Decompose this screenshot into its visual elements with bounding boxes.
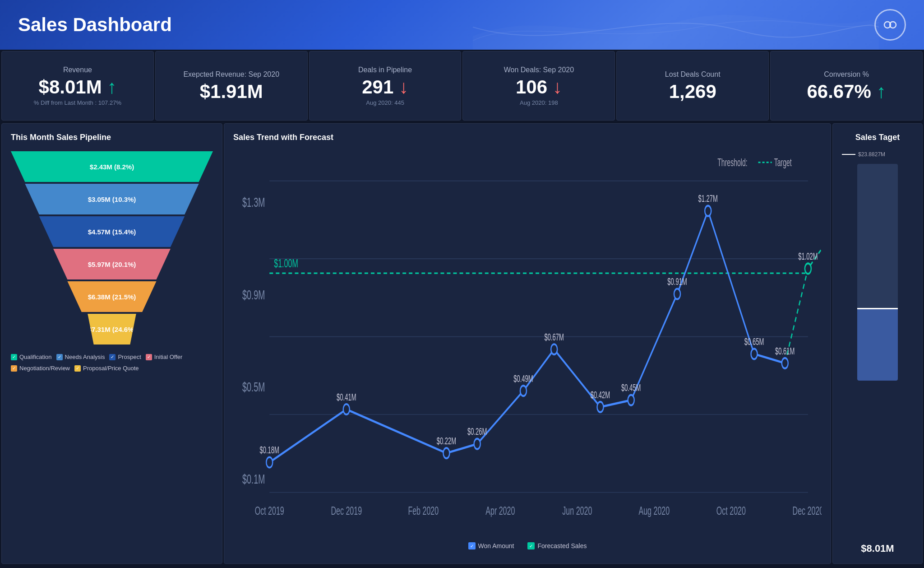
metric-lost-label: Lost Deals Count (665, 70, 721, 79)
svg-text:$0.18M: $0.18M (260, 445, 279, 456)
chart-legend: ✓ Won Amount ✓ Forecasted Sales (233, 542, 822, 549)
legend-item: ✓ Proposal/Price Quote (74, 365, 139, 372)
svg-point-28 (443, 448, 449, 458)
legend-forecast: ✓ Forecasted Sales (527, 542, 587, 549)
svg-text:$0.42M: $0.42M (591, 389, 610, 400)
svg-text:$0.91M: $0.91M (667, 276, 687, 287)
svg-text:Oct 2019: Oct 2019 (255, 504, 284, 517)
svg-text:Oct 2020: Oct 2020 (716, 504, 746, 517)
funnel-slice-0: $2.43M (8.2%) (11, 151, 213, 182)
funnel-slice-5: $7.31M (24.6%) (82, 314, 142, 345)
funnel-chart: $2.43M (8.2%)$3.05M (10.3%)$4.57M (15.4%… (11, 151, 213, 345)
funnel-legend: ✓ Qualification ✓ Needs Analysis ✓ Prosp… (11, 354, 213, 372)
metric-conversion-value: 66.67% ↑ (807, 82, 886, 101)
metric-expected-label: Exepcted Revenue: Sep 2020 (183, 70, 279, 79)
logo-icon (874, 9, 906, 41)
svg-text:Feb 2020: Feb 2020 (408, 504, 439, 517)
legend-won: ✓ Won Amount (468, 542, 514, 549)
target-panel: Sales Taget $23.8827M $8.01M (832, 123, 923, 564)
metric-deals-sub: Aug 2020: 445 (366, 99, 404, 106)
svg-point-32 (520, 386, 527, 396)
svg-text:$0.22M: $0.22M (437, 436, 456, 447)
svg-point-26 (343, 404, 350, 414)
target-title: Sales Taget (855, 133, 900, 142)
funnel-slice-4: $6.38M (21.5%) (67, 281, 156, 312)
legend-item: ✓ Negotiation/Review (11, 365, 70, 372)
svg-text:$1.3M: $1.3M (242, 195, 265, 210)
svg-point-36 (597, 402, 603, 412)
main-content: This Month Sales Pipeline $2.43M (8.2%)$… (0, 122, 924, 565)
metric-won-deals: Won Deals: Sep 2020 106 ↓ Aug 2020: 198 (462, 51, 615, 121)
svg-text:$0.41M: $0.41M (337, 392, 356, 403)
metric-revenue-value: $8.01M ↑ (39, 78, 117, 97)
target-amount-label: $23.8827M (858, 151, 885, 158)
header-wave (473, 0, 879, 50)
svg-text:$1.27M: $1.27M (698, 193, 717, 204)
metric-deals-value: 291 ↓ (362, 78, 408, 97)
legend-forecast-label: Forecasted Sales (537, 542, 587, 549)
svg-text:$0.65M: $0.65M (744, 336, 764, 347)
legend-item: ✓ Qualification (11, 354, 52, 360)
funnel-title: This Month Sales Pipeline (11, 133, 213, 142)
metric-revenue-label: Revenue (63, 66, 92, 74)
metric-expected-value: $1.91M (200, 82, 263, 101)
metric-lost-deals: Lost Deals Count 1,269 (616, 51, 769, 121)
metric-conversion-label: Conversion % (824, 70, 869, 79)
page-title: Sales Dashboard (18, 14, 172, 36)
funnel-panel: This Month Sales Pipeline $2.43M (8.2%)$… (1, 123, 222, 564)
svg-text:Target: Target (774, 157, 792, 168)
target-threshold-line (857, 308, 898, 309)
legend-won-label: Won Amount (478, 542, 514, 549)
svg-text:$0.67M: $0.67M (544, 332, 564, 343)
trend-chart: $1.3M$0.9M$0.5M$0.1MOct 2019Dec 2019Feb … (233, 151, 822, 537)
metric-revenue-sub: % Diff from Last Month : 107.27% (34, 99, 121, 106)
target-bar-value: $8.01M (861, 543, 894, 554)
chart-panel: Sales Trend with Forecast $1.3M$0.9M$0.5… (224, 123, 831, 564)
header: Sales Dashboard (0, 0, 924, 50)
legend-item: ✓ Initial Offer (146, 354, 183, 360)
svg-point-44 (751, 349, 758, 359)
svg-text:$0.1M: $0.1M (242, 472, 265, 487)
metric-conversion: Conversion % 66.67% ↑ (770, 51, 923, 121)
target-bar-fill (857, 308, 898, 381)
svg-text:$0.45M: $0.45M (621, 382, 641, 393)
svg-text:Dec 2019: Dec 2019 (331, 504, 362, 517)
chart-title: Sales Trend with Forecast (233, 133, 822, 142)
svg-text:$1.00M: $1.00M (274, 256, 298, 270)
funnel-slice-2: $4.57M (15.4%) (39, 216, 185, 247)
metric-deals-pipeline: Deals in Pipeline 291 ↓ Aug 2020: 445 (309, 51, 462, 121)
svg-text:Threshold:: Threshold: (717, 157, 747, 168)
target-bar (857, 164, 898, 381)
svg-text:Jun 2020: Jun 2020 (562, 504, 592, 517)
funnel-slice-3: $5.97M (20.1%) (53, 249, 171, 279)
svg-point-48 (805, 263, 811, 274)
metric-deals-label: Deals in Pipeline (358, 66, 412, 74)
svg-point-34 (551, 344, 557, 354)
svg-text:$0.49M: $0.49M (513, 373, 533, 384)
svg-text:$0.5M: $0.5M (242, 380, 265, 395)
svg-point-30 (474, 439, 480, 449)
metric-revenue: Revenue $8.01M ↑ % Diff from Last Month … (1, 51, 154, 121)
svg-point-40 (674, 289, 680, 299)
metric-won-sub: Aug 2020: 198 (520, 99, 558, 106)
legend-item: ✓ Needs Analysis (56, 354, 105, 360)
metrics-row: Revenue $8.01M ↑ % Diff from Last Month … (0, 50, 924, 122)
svg-text:Apr 2020: Apr 2020 (485, 504, 515, 517)
metric-lost-value: 1,269 (669, 82, 716, 101)
target-bar-wrapper (857, 164, 898, 534)
svg-point-24 (266, 457, 273, 468)
svg-text:Dec 2020: Dec 2020 (793, 504, 822, 517)
svg-text:$0.9M: $0.9M (242, 287, 265, 302)
legend-item: ✓ Prospect (109, 354, 141, 360)
metric-won-label: Won Deals: Sep 2020 (504, 66, 574, 74)
metric-won-value: 106 ↓ (516, 78, 562, 97)
svg-point-46 (782, 358, 788, 368)
svg-text:$0.26M: $0.26M (467, 426, 487, 437)
svg-text:$1.02M: $1.02M (798, 251, 818, 262)
metric-expected-revenue: Exepcted Revenue: Sep 2020 $1.91M (155, 51, 308, 121)
svg-text:Aug 2020: Aug 2020 (639, 504, 670, 517)
svg-point-38 (628, 395, 634, 405)
funnel-slice-1: $3.05M (10.3%) (25, 184, 199, 214)
svg-point-42 (705, 206, 711, 216)
svg-text:$0.61M: $0.61M (775, 345, 795, 356)
